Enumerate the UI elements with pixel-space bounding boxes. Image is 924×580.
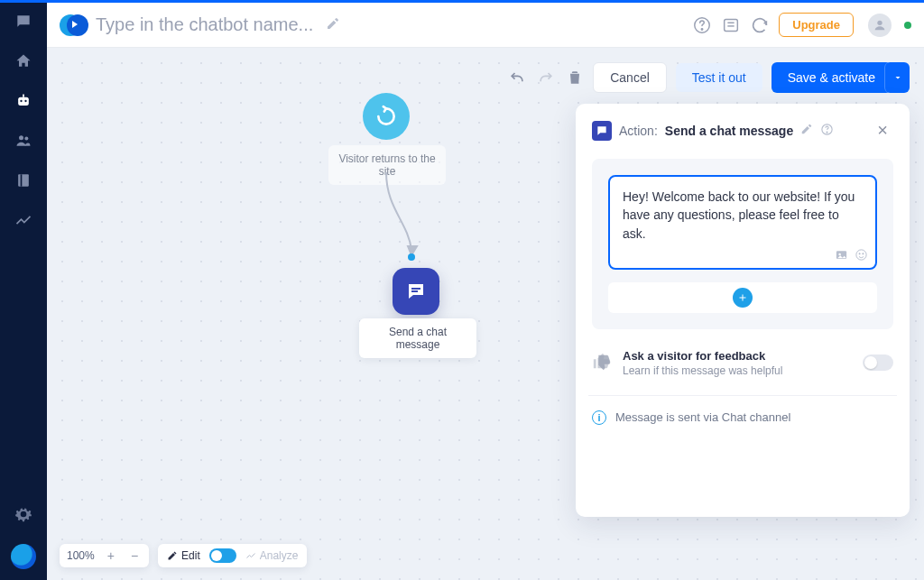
presence-dot-icon — [904, 22, 911, 29]
feedback-toggle[interactable] — [863, 354, 893, 371]
upgrade-button[interactable]: Upgrade — [779, 13, 854, 37]
rename-icon[interactable] — [322, 13, 344, 37]
home-icon[interactable] — [14, 51, 33, 71]
svg-rect-10 — [725, 19, 738, 31]
svg-rect-14 — [411, 288, 420, 290]
mode-edit-label[interactable]: Edit — [167, 549, 200, 562]
flow-edge — [345, 172, 453, 262]
mode-switch: Edit Analyze — [158, 544, 307, 567]
settings-icon[interactable] — [14, 504, 33, 524]
panel-divider — [588, 395, 897, 396]
action-panel: Action: Send a chat message × Hey! Welco… — [576, 104, 910, 517]
svg-rect-15 — [411, 290, 418, 292]
svg-point-19 — [838, 253, 841, 256]
svg-point-4 — [19, 135, 23, 140]
flow-canvas[interactable]: Cancel Test it out Save & activate Visit… — [47, 48, 924, 580]
svg-rect-7 — [21, 174, 23, 186]
svg-point-13 — [877, 20, 882, 24]
connection-dot-icon — [408, 253, 415, 261]
svg-point-2 — [24, 100, 26, 102]
bot-icon[interactable] — [14, 91, 33, 111]
zoom-control: 100% + − — [60, 544, 149, 567]
feedback-subtitle: Learn if this message was helpful — [623, 364, 782, 377]
chat-bubble-icon — [592, 121, 612, 141]
book-icon[interactable] — [14, 170, 33, 190]
message-editor-wrap: Hey! Welcome back to our website! If you… — [592, 159, 893, 329]
brand-logo-small[interactable] — [11, 544, 36, 569]
feedback-row: Ask a visitor for feedback Learn if this… — [592, 349, 893, 377]
chat-message-node[interactable] — [393, 268, 439, 315]
svg-rect-3 — [23, 95, 24, 97]
top-header: Type in the chatbot name... Upgrade — [47, 3, 924, 48]
panel-title: Send a chat message — [665, 124, 793, 138]
zoom-out-button[interactable]: − — [127, 548, 142, 563]
thumbs-icon — [592, 352, 612, 374]
panel-edit-icon[interactable] — [800, 123, 813, 138]
brand-logo[interactable] — [60, 12, 87, 39]
svg-rect-0 — [18, 97, 29, 106]
analytics-icon[interactable] — [14, 210, 33, 230]
message-input[interactable]: Hey! Welcome back to our website! If you… — [608, 175, 877, 270]
close-panel-icon[interactable]: × — [872, 118, 893, 143]
attach-image-icon[interactable] — [834, 248, 848, 262]
edit-analyze-toggle[interactable] — [209, 548, 236, 563]
svg-point-17 — [827, 132, 827, 133]
user-avatar[interactable] — [868, 14, 892, 37]
people-icon[interactable] — [14, 131, 33, 151]
panel-help-icon[interactable] — [820, 123, 834, 139]
mode-analyze-label[interactable]: Analyze — [245, 549, 299, 562]
chat-node-label: Send a chat message — [359, 318, 476, 358]
chat-icon[interactable] — [14, 12, 33, 32]
feedback-title: Ask a visitor for feedback — [623, 349, 782, 363]
bot-name-input[interactable]: Type in the chatbot name... — [96, 14, 313, 35]
message-text: Hey! Welcome back to our website! If you… — [623, 189, 855, 241]
emoji-icon[interactable] — [854, 248, 868, 262]
svg-point-20 — [855, 250, 865, 260]
add-message-row — [608, 282, 877, 313]
help-icon[interactable] — [692, 15, 712, 35]
start-node-label: Visitor returns to the site — [328, 145, 446, 185]
left-nav-rail — [0, 3, 47, 580]
svg-point-9 — [702, 28, 703, 29]
svg-point-5 — [24, 137, 28, 141]
add-message-button[interactable] — [733, 288, 753, 308]
svg-point-1 — [20, 100, 22, 102]
canvas-footer-controls: 100% + − Edit Analyze — [60, 544, 307, 567]
start-node[interactable] — [363, 93, 410, 140]
news-icon[interactable] — [721, 15, 741, 35]
svg-rect-6 — [18, 174, 29, 186]
zoom-value: 100% — [67, 549, 95, 562]
zoom-in-button[interactable]: + — [104, 548, 118, 563]
channel-info-text: Message is sent via Chat channel — [615, 410, 790, 424]
svg-point-21 — [859, 253, 860, 254]
refresh-icon[interactable] — [750, 15, 770, 35]
svg-point-22 — [862, 253, 863, 254]
info-icon: i — [592, 410, 606, 425]
panel-prefix: Action: — [619, 124, 658, 138]
